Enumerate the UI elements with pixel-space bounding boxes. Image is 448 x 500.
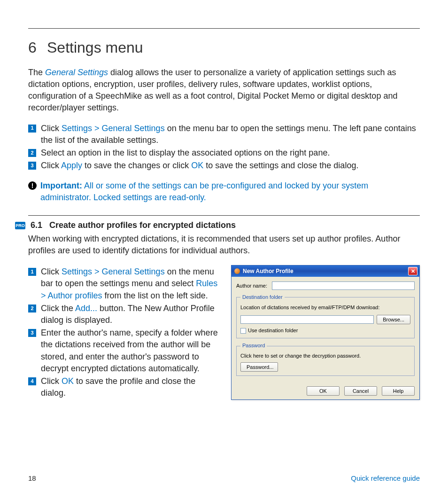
settings-path-link[interactable]: Settings > General Settings <box>62 124 165 133</box>
step-number-2b: 2 <box>28 305 36 312</box>
password-group: Password Click here to set or change the… <box>236 342 415 376</box>
general-settings-link[interactable]: General Settings <box>45 68 108 77</box>
guide-label: Quick reference guide <box>351 473 420 483</box>
subsection-number: 6.1 <box>31 219 49 231</box>
author-name-input[interactable] <box>272 281 415 290</box>
ok-button[interactable]: OK <box>307 386 340 396</box>
password-desc: Click here to set or change the decrypti… <box>240 352 410 359</box>
author-name-label: Author name: <box>236 282 267 289</box>
settings-path-link-2[interactable]: Settings > General Settings <box>62 267 165 276</box>
password-legend: Password <box>240 342 267 349</box>
dialog-title: New Author Profile <box>243 267 294 275</box>
pro-badge: PRO <box>15 222 25 229</box>
cancel-button[interactable]: Cancel <box>344 386 377 396</box>
subsection-title: Create author profiles for encrypted dic… <box>49 220 236 230</box>
intro-paragraph: The General Settings dialog allows the u… <box>28 67 420 114</box>
browse-button[interactable]: Browse... <box>377 315 410 324</box>
steps-list-1: 1 Click Settings > General Settings on t… <box>28 123 420 172</box>
dialog-titlebar[interactable]: New Author Profile ✕ <box>232 266 419 277</box>
new-author-profile-dialog: New Author Profile ✕ Author name: Destin… <box>231 265 420 400</box>
ok-link[interactable]: OK <box>191 161 203 170</box>
dialog-app-icon <box>234 268 240 274</box>
step-number-3: 3 <box>28 162 36 170</box>
important-note: Important: All or some of the settings c… <box>40 180 420 203</box>
destination-folder-legend: Destination folder <box>240 294 285 301</box>
chapter-heading: 6Settings menu <box>28 37 420 58</box>
chapter-number: 6 <box>28 37 47 58</box>
subsection-intro: When working with encrypted dictations, … <box>28 233 420 257</box>
use-destination-label: Use destination folder <box>248 327 298 334</box>
close-icon[interactable]: ✕ <box>408 267 417 275</box>
help-button[interactable]: Help <box>382 386 415 396</box>
important-icon: ! <box>28 181 37 190</box>
use-destination-checkbox[interactable] <box>240 328 246 334</box>
step-number-2: 2 <box>28 149 36 157</box>
chapter-title: Settings menu <box>47 39 143 56</box>
destination-folder-group: Destination folder Location of dictation… <box>236 294 415 338</box>
destination-path-input[interactable] <box>240 315 374 324</box>
destination-folder-desc: Location of dictations received by email… <box>240 304 410 311</box>
step-number-3b: 3 <box>28 329 36 337</box>
add-button-link[interactable]: Add... <box>75 304 97 313</box>
password-button[interactable]: Password... <box>240 362 278 372</box>
ok-link-2[interactable]: OK <box>62 376 74 386</box>
step-number-1b: 1 <box>28 268 36 276</box>
subsection-heading: PRO 6.1Create author profiles for encryp… <box>28 219 420 231</box>
step-number-4b: 4 <box>28 377 36 385</box>
apply-link[interactable]: Apply <box>61 161 82 170</box>
steps-list-2: 1 Click Settings > General Settings on t… <box>28 266 223 399</box>
step-number-1: 1 <box>28 125 36 133</box>
page-number: 18 <box>28 473 36 483</box>
